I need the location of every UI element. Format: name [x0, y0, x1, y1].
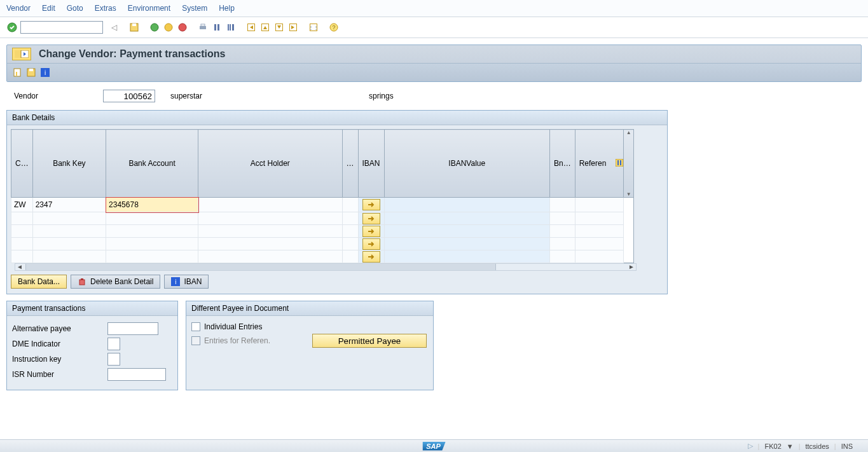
diff-payee-title: Different Payee in Document: [186, 301, 433, 316]
alt-payee-label: Alternative payee: [12, 324, 107, 333]
save-icon[interactable]: [128, 22, 140, 33]
svg-rect-22: [616, 159, 623, 167]
delete-bank-detail-button[interactable]: Delete Bank Detail: [71, 275, 160, 289]
cell-acct-holder[interactable]: [201, 199, 339, 210]
cell-country[interactable]: [14, 199, 30, 210]
grid-hscroll[interactable]: [15, 263, 637, 271]
bank-grid: C… Bank Key Bank Account Acct Holder … I…: [11, 129, 634, 263]
cancel-icon[interactable]: [177, 22, 188, 33]
iban-arrow-button[interactable]: [362, 251, 380, 263]
iban-button[interactable]: i IBAN: [164, 275, 209, 289]
svg-rect-23: [617, 160, 619, 165]
svg-rect-19: [16, 72, 17, 76]
col-iban-value[interactable]: IBANValue: [384, 130, 549, 198]
menu-edit[interactable]: Edit: [42, 4, 55, 13]
iban-arrow-button[interactable]: [362, 213, 380, 224]
vendor-name: superstar: [170, 92, 202, 100]
individual-entries-checkbox[interactable]: [191, 322, 200, 331]
col-acct-holder[interactable]: Acct Holder: [198, 130, 342, 198]
instruction-key-label: Instruction key: [12, 355, 107, 364]
find-next-icon[interactable]: [225, 22, 237, 33]
svg-point-4: [165, 24, 172, 31]
table-row[interactable]: [11, 225, 634, 238]
find-icon[interactable]: [211, 22, 223, 33]
command-input[interactable]: [20, 21, 103, 34]
prev-icon[interactable]: ◁: [108, 22, 120, 33]
alt-payee-input[interactable]: [107, 322, 158, 335]
table-row[interactable]: [11, 238, 634, 250]
bank-details-panel: Bank Details C… Bank Key Bank Account Ac…: [6, 110, 668, 294]
page-title: Change Vendor: Payment transactions: [39, 48, 225, 60]
menu-goto[interactable]: Goto: [67, 4, 83, 13]
title-block: Change Vendor: Payment transactions i: [6, 45, 862, 82]
individual-entries-label: Individual Entries: [204, 322, 262, 331]
table-row[interactable]: [11, 198, 634, 212]
table-row[interactable]: [11, 212, 634, 225]
iban-arrow-button[interactable]: [362, 238, 380, 250]
iban-arrow-button[interactable]: [362, 199, 380, 210]
col-bank-name[interactable]: Bn…: [549, 130, 575, 198]
svg-rect-6: [200, 26, 206, 29]
exit-icon[interactable]: [163, 22, 174, 33]
svg-point-5: [179, 24, 186, 31]
back-icon[interactable]: [149, 22, 160, 33]
svg-rect-25: [79, 280, 85, 285]
menu-system[interactable]: System: [182, 4, 207, 13]
config-columns-icon[interactable]: [616, 159, 623, 167]
other-vendor-icon[interactable]: [12, 67, 22, 78]
menubar: Vendor Edit Goto Extras Environment Syst…: [0, 0, 868, 17]
svg-rect-26: [81, 278, 83, 280]
svg-text:?: ?: [332, 24, 335, 31]
delete-icon: [78, 277, 86, 286]
new-session-icon[interactable]: ⋮⋮: [308, 22, 319, 33]
save-sub-icon[interactable]: [26, 67, 36, 78]
toolbar: ◁ ⋮⋮ ?: [0, 17, 868, 38]
help-icon[interactable]: ?: [328, 22, 340, 33]
col-bank-account[interactable]: Bank Account: [106, 130, 198, 198]
diff-payee-panel: Different Payee in Document Individual E…: [186, 301, 434, 390]
svg-rect-16: [15, 50, 21, 58]
col-reference[interactable]: Referen: [575, 130, 624, 198]
first-page-icon[interactable]: [245, 22, 257, 33]
iban-arrow-button[interactable]: [362, 226, 380, 237]
entries-referen-label: Entries for Referen.: [204, 336, 270, 345]
svg-rect-7: [201, 24, 205, 26]
payment-transactions-panel: Payment transactions Alternative payee D…: [6, 301, 178, 390]
svg-rect-24: [620, 160, 621, 165]
permitted-payee-button[interactable]: Permitted Payee: [312, 334, 427, 348]
isr-input[interactable]: [107, 368, 166, 381]
svg-point-3: [151, 24, 158, 31]
iban-info-icon: i: [171, 277, 180, 286]
cell-bank-key[interactable]: [36, 199, 103, 210]
col-ellipsis[interactable]: …: [342, 130, 358, 198]
menu-help[interactable]: Help: [219, 4, 235, 13]
svg-text:⋮⋮: ⋮⋮: [309, 25, 318, 31]
enter-icon[interactable]: [6, 22, 18, 33]
col-country[interactable]: C…: [11, 130, 33, 198]
col-bank-key[interactable]: Bank Key: [32, 130, 106, 198]
cell-bank-account[interactable]: [109, 199, 195, 210]
vendor-number-input[interactable]: [103, 90, 155, 102]
instruction-key-input[interactable]: [107, 353, 120, 366]
svg-rect-2: [132, 24, 136, 26]
menu-extras[interactable]: Extras: [95, 4, 116, 13]
last-page-icon[interactable]: [287, 22, 299, 33]
menu-vendor[interactable]: Vendor: [6, 4, 31, 13]
print-icon[interactable]: [197, 22, 209, 33]
svg-rect-21: [29, 69, 33, 71]
screen-icon[interactable]: [12, 48, 31, 60]
isr-label: ISR Number: [12, 370, 107, 379]
bank-data-button[interactable]: Bank Data...: [11, 275, 67, 289]
menu-environment[interactable]: Environment: [128, 4, 170, 13]
table-row[interactable]: [11, 250, 634, 263]
payment-transactions-title: Payment transactions: [7, 301, 177, 316]
info-icon[interactable]: i: [40, 67, 50, 78]
bank-details-title: Bank Details: [7, 111, 667, 125]
dme-input[interactable]: [107, 338, 120, 350]
next-page-icon[interactable]: [273, 22, 285, 33]
prev-page-icon[interactable]: [259, 22, 271, 33]
col-iban[interactable]: IBAN: [358, 130, 384, 198]
vendor-row: Vendor superstar springs: [6, 82, 862, 110]
vendor-location: springs: [369, 92, 394, 100]
grid-vscroll[interactable]: ▲ ▼: [624, 130, 634, 198]
